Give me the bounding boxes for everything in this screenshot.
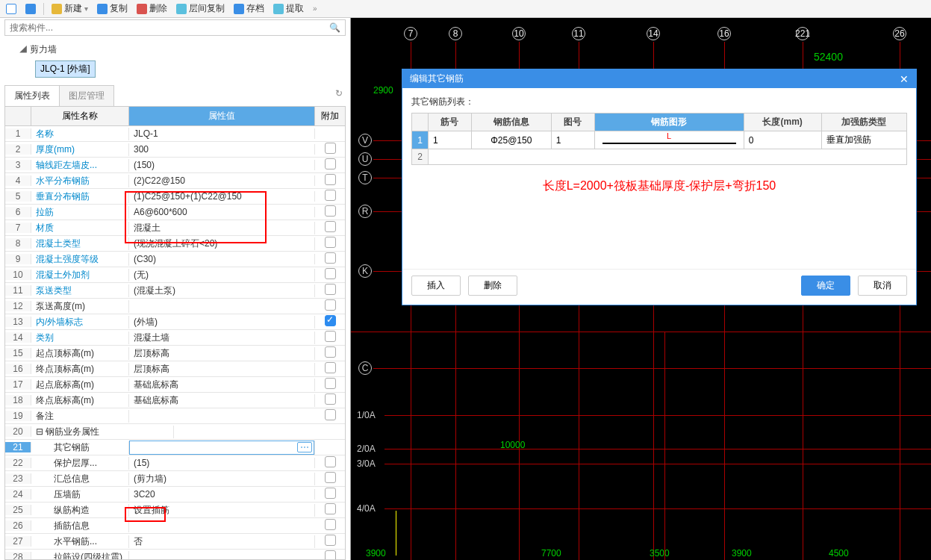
property-row[interactable]: 22保护层厚...(15): [5, 455, 345, 471]
property-row[interactable]: 1名称JLQ-1: [5, 126, 345, 142]
property-row[interactable]: 21其它钢筋⋯: [5, 440, 345, 455]
extra-checkbox[interactable]: [325, 362, 336, 373]
property-row[interactable]: 10混凝土外加剂(无): [5, 267, 345, 283]
property-row[interactable]: 17起点底标高(m)基础底标高: [5, 377, 345, 393]
more-button[interactable]: »: [310, 4, 320, 13]
extra-checkbox[interactable]: [325, 488, 336, 499]
extra-checkbox[interactable]: [325, 503, 336, 514]
panel-toggle-1[interactable]: [3, 3, 19, 15]
extra-checkbox[interactable]: [325, 252, 336, 264]
extra-checkbox[interactable]: [325, 535, 336, 546]
cell-shape[interactable]: L: [594, 131, 744, 149]
property-row[interactable]: 24压墙筋3C20: [5, 487, 345, 503]
cell-no[interactable]: 1: [429, 131, 472, 149]
tab-layers[interactable]: 图层管理: [59, 85, 114, 106]
col-figno[interactable]: 图号: [551, 113, 594, 131]
extra-checkbox[interactable]: [325, 205, 336, 217]
col-type[interactable]: 加强筋类型: [821, 113, 906, 131]
property-row[interactable]: 6拉筋A6@600*600: [5, 205, 345, 220]
cancel-button[interactable]: 取消: [858, 276, 907, 296]
extra-checkbox[interactable]: [325, 393, 336, 405]
extra-checkbox[interactable]: [325, 409, 336, 420]
property-row[interactable]: 5垂直分布钢筋(1)C25@150+(1)C22@150: [5, 189, 345, 205]
delete-button[interactable]: 删除: [468, 276, 517, 296]
extra-checkbox[interactable]: [325, 519, 336, 530]
property-row[interactable]: 19备注: [5, 408, 345, 424]
extract-button[interactable]: 提取: [270, 1, 307, 16]
tree-root[interactable]: 剪力墙: [19, 42, 346, 57]
col-length[interactable]: 长度(mm): [744, 113, 821, 131]
property-row[interactable]: 8混凝土类型(现浇混凝土碎石<20): [5, 236, 345, 252]
close-icon[interactable]: ✕: [900, 73, 909, 85]
table-row[interactable]: 1 1 Φ25@150 1 L 0 垂直加强筋: [412, 131, 907, 149]
property-header: 属性名称 属性值 附加: [5, 107, 345, 126]
edit-rebar-dialog: 编辑其它钢筋 ✕ 其它钢筋列表： 筋号 钢筋信息 图号 钢筋图形 长度(mm) …: [402, 69, 917, 305]
layer-copy-icon: [176, 4, 187, 14]
new-icon: [52, 4, 62, 14]
extra-checkbox[interactable]: [325, 378, 336, 389]
extra-checkbox[interactable]: [325, 221, 336, 232]
property-row[interactable]: 14类别混凝土墙: [5, 330, 345, 346]
cell-length[interactable]: 0: [744, 131, 821, 149]
property-row[interactable]: 7材质混凝土: [5, 220, 345, 236]
extra-checkbox[interactable]: [325, 550, 336, 560]
property-row[interactable]: 28拉筋设(四级抗震): [5, 550, 345, 560]
more-icon[interactable]: ⋯: [297, 442, 312, 452]
layer-copy-button[interactable]: 层间复制: [173, 1, 228, 16]
property-row[interactable]: 26插筋信息: [5, 518, 345, 534]
property-row[interactable]: 2厚度(mm)300: [5, 142, 345, 158]
cell-info[interactable]: Φ25@150: [471, 131, 551, 149]
property-row[interactable]: 23汇总信息(剪力墙): [5, 471, 345, 487]
property-row[interactable]: 12泵送高度(m): [5, 299, 345, 314]
extra-checkbox[interactable]: [325, 237, 336, 248]
extra-checkbox[interactable]: [325, 456, 336, 467]
cell-type[interactable]: 垂直加强筋: [821, 131, 906, 149]
cell-figno[interactable]: 1: [551, 131, 594, 149]
extra-checkbox[interactable]: [325, 143, 336, 154]
tab-properties[interactable]: 属性列表: [4, 85, 60, 106]
left-panel: 🔍 剪力墙 JLQ-1 [外墙] 属性列表 图层管理 ↻ 属性名称 属性值 附加…: [0, 18, 351, 560]
archive-icon: [234, 4, 244, 14]
property-row[interactable]: 11泵送类型(混凝土泵): [5, 283, 345, 299]
property-row[interactable]: 13内/外墙标志(外墙): [5, 314, 345, 330]
property-row[interactable]: 15起点顶标高(m)层顶标高: [5, 346, 345, 361]
top-toolbar: 新建▾ 复制 删除 层间复制 存档 提取 »: [0, 0, 931, 18]
property-row[interactable]: 3轴线距左墙皮...(150): [5, 158, 345, 173]
ok-button[interactable]: 确定: [801, 276, 850, 296]
table-row[interactable]: 2: [412, 149, 907, 165]
extra-checkbox[interactable]: [325, 299, 336, 311]
header-value[interactable]: 属性值: [129, 107, 315, 125]
search-icon[interactable]: 🔍: [325, 22, 345, 33]
extra-checkbox[interactable]: [325, 158, 336, 169]
col-no[interactable]: 筋号: [429, 113, 472, 131]
col-shape[interactable]: 钢筋图形: [594, 113, 744, 131]
property-row[interactable]: 18终点底标高(m)基础底标高: [5, 393, 345, 408]
chevron-down-icon: ▾: [84, 4, 88, 13]
property-row[interactable]: 4水平分布钢筋(2)C22@150: [5, 173, 345, 189]
tree-item-selected[interactable]: JLQ-1 [外墙]: [35, 60, 96, 78]
extra-checkbox[interactable]: [325, 284, 336, 295]
property-row[interactable]: 9混凝土强度等级(C30): [5, 252, 345, 267]
extra-checkbox[interactable]: [325, 315, 336, 326]
insert-button[interactable]: 插入: [411, 276, 461, 296]
extra-checkbox[interactable]: [325, 472, 336, 483]
extra-checkbox[interactable]: [325, 331, 336, 342]
panel-toggle-2[interactable]: [22, 3, 39, 15]
delete-button[interactable]: 删除: [134, 1, 170, 16]
search-input[interactable]: [5, 20, 325, 35]
dialog-titlebar[interactable]: 编辑其它钢筋 ✕: [402, 69, 916, 88]
extra-checkbox[interactable]: [325, 268, 336, 279]
copy-button[interactable]: 复制: [94, 1, 131, 16]
archive-button[interactable]: 存档: [231, 1, 267, 16]
property-row[interactable]: 20⊟ 钢筋业务属性: [5, 424, 345, 440]
extra-checkbox[interactable]: [325, 190, 336, 201]
col-info[interactable]: 钢筋信息: [471, 113, 551, 131]
extra-checkbox[interactable]: [325, 174, 336, 185]
property-row[interactable]: 16终点顶标高(m)层顶标高: [5, 361, 345, 377]
extra-checkbox[interactable]: [325, 346, 336, 358]
property-row[interactable]: 25纵筋构造设置插筋: [5, 503, 345, 518]
new-button[interactable]: 新建▾: [49, 1, 91, 16]
property-row[interactable]: 27水平钢筋...否: [5, 534, 345, 550]
refresh-icon[interactable]: ↻: [335, 88, 343, 99]
delete-icon: [137, 4, 147, 14]
